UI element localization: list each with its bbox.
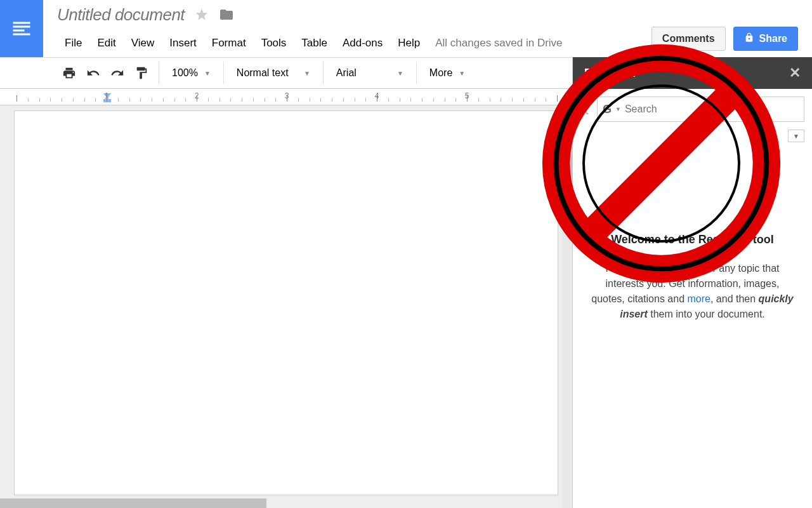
separator	[416, 62, 417, 84]
ruler-number: 4	[375, 91, 379, 100]
caret-down-icon: ▼	[304, 70, 310, 77]
save-status: All changes saved in Drive	[435, 37, 562, 50]
folder-icon[interactable]	[219, 7, 234, 22]
horizontal-scrollbar-thumb[interactable]	[0, 498, 266, 508]
vertical-scrollbar[interactable]	[562, 110, 572, 508]
zoom-select[interactable]: 100%▼	[164, 62, 218, 84]
lock-icon	[744, 32, 754, 45]
caret-down-icon: ▼	[204, 70, 211, 77]
research-welcome-text: Here you can search for any topic that i…	[588, 261, 797, 322]
share-button[interactable]: Share	[733, 27, 798, 51]
menu-table[interactable]: Table	[294, 33, 335, 53]
separator	[323, 62, 324, 84]
separator	[159, 62, 159, 84]
ruler-number: 1	[105, 91, 109, 100]
menu-view[interactable]: View	[124, 33, 162, 53]
star-icon[interactable]	[195, 8, 209, 22]
undo-icon[interactable]	[81, 62, 105, 84]
ruler-number: 5	[465, 91, 469, 100]
comments-button[interactable]: Comments	[652, 27, 726, 51]
menu-file[interactable]: File	[57, 33, 89, 53]
research-welcome-title: Welcome to the Research tool	[588, 231, 797, 248]
docs-logo[interactable]	[0, 0, 43, 57]
ruler[interactable]: 12345	[0, 89, 572, 105]
menu-edit[interactable]: Edit	[89, 33, 123, 53]
close-icon[interactable]: ✕	[789, 65, 801, 81]
more-link[interactable]: more	[688, 293, 710, 304]
share-label: Share	[759, 33, 787, 44]
research-title: Research	[584, 67, 636, 80]
more-toolbar-button[interactable]: More▼	[422, 62, 473, 84]
menu-addons[interactable]: Add-ons	[335, 33, 390, 53]
caret-down-icon: ▼	[397, 70, 403, 77]
document-page[interactable]	[14, 110, 558, 495]
comments-label: Comments	[662, 33, 715, 44]
paint-format-icon[interactable]	[129, 62, 154, 84]
paragraph-style-select[interactable]: Normal text▼	[229, 62, 318, 84]
scrollbar-thumb[interactable]	[562, 110, 572, 180]
ruler-number: 3	[285, 91, 289, 100]
research-search-input[interactable]	[625, 104, 799, 115]
document-title[interactable]: Untitled document	[57, 5, 185, 25]
caret-down-icon[interactable]: ▼	[615, 106, 621, 112]
research-header: Research ✕	[573, 57, 812, 89]
separator	[223, 62, 224, 84]
menu-help[interactable]: Help	[390, 33, 428, 53]
caret-down-icon: ▼	[459, 70, 465, 77]
ruler-number: 2	[195, 91, 199, 100]
google-icon: G	[603, 103, 612, 116]
print-icon[interactable]	[57, 62, 81, 84]
menu-insert[interactable]: Insert	[162, 33, 204, 53]
back-chevron-icon[interactable]: ‹	[580, 98, 592, 120]
menu-tools[interactable]: Tools	[254, 33, 294, 53]
menu-format[interactable]: Format	[204, 33, 254, 53]
document-canvas: 12345	[0, 89, 572, 508]
filter-dropdown[interactable]: ▼	[788, 130, 804, 142]
research-search-box[interactable]: G ▼	[597, 97, 804, 122]
redo-icon[interactable]	[105, 62, 129, 84]
font-select[interactable]: Arial▼	[329, 62, 411, 84]
research-panel: Research ✕ ‹ G ▼ ▼ Welcome to the Resear…	[572, 57, 812, 508]
